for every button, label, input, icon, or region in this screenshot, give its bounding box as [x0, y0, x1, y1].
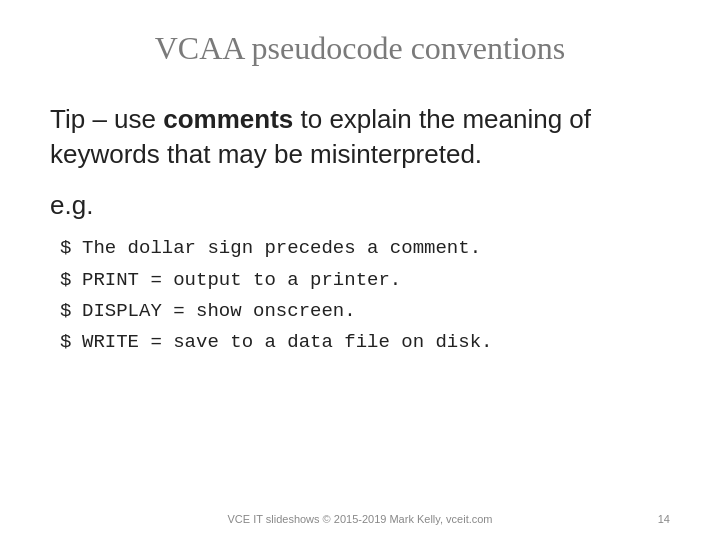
- dollar-2: $: [60, 265, 74, 296]
- dollar-3: $: [60, 296, 74, 327]
- dollar-4: $: [60, 327, 74, 358]
- code-block: $ The dollar sign precedes a comment. $ …: [60, 233, 670, 358]
- footer-copyright: VCE IT slideshows © 2015-2019 Mark Kelly…: [227, 513, 492, 525]
- page-number: 14: [658, 513, 670, 525]
- code-text-1: The dollar sign precedes a comment.: [82, 233, 481, 264]
- tip-paragraph: Tip – use comments to explain the meanin…: [50, 102, 670, 172]
- code-text-4: WRITE = save to a data file on disk.: [82, 327, 492, 358]
- dollar-1: $: [60, 233, 74, 264]
- footer: VCE IT slideshows © 2015-2019 Mark Kelly…: [0, 513, 720, 525]
- eg-label: e.g.: [50, 190, 670, 221]
- code-text-3: DISPLAY = show onscreen.: [82, 296, 356, 327]
- tip-bold: comments: [163, 104, 293, 134]
- code-line-1: $ The dollar sign precedes a comment.: [60, 233, 670, 264]
- slide-container: VCAA pseudocode conventions Tip – use co…: [0, 0, 720, 540]
- code-line-2: $ PRINT = output to a printer.: [60, 265, 670, 296]
- code-line-3: $ DISPLAY = show onscreen.: [60, 296, 670, 327]
- code-text-2: PRINT = output to a printer.: [82, 265, 401, 296]
- code-line-4: $ WRITE = save to a data file on disk.: [60, 327, 670, 358]
- slide-title: VCAA pseudocode conventions: [50, 30, 670, 67]
- tip-prefix: Tip – use: [50, 104, 163, 134]
